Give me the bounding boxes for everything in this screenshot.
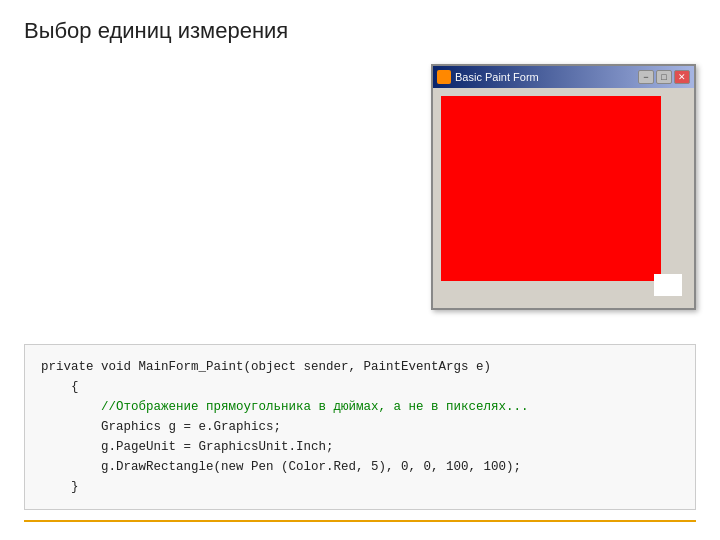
content-area: Basic Paint Form − □ ✕ bbox=[24, 64, 696, 320]
code-block: private void MainForm_Paint(object sende… bbox=[24, 344, 696, 510]
code-line5: g.PageUnit = GraphicsUnit.Inch; bbox=[41, 440, 334, 454]
divider-line bbox=[24, 520, 696, 522]
code-line4: Graphics g = e.Graphics; bbox=[41, 420, 281, 434]
paint-window: Basic Paint Form − □ ✕ bbox=[431, 64, 696, 310]
window-titlebar: Basic Paint Form − □ ✕ bbox=[433, 66, 694, 88]
code-line7: } bbox=[41, 480, 79, 494]
window-body bbox=[433, 88, 694, 308]
close-button[interactable]: ✕ bbox=[674, 70, 690, 84]
code-line2: { bbox=[41, 380, 79, 394]
window-title-text: Basic Paint Form bbox=[437, 70, 539, 84]
left-side bbox=[24, 64, 411, 320]
minimize-button[interactable]: − bbox=[638, 70, 654, 84]
bottom-section: private void MainForm_Paint(object sende… bbox=[24, 344, 696, 522]
right-side: Basic Paint Form − □ ✕ bbox=[431, 64, 696, 320]
code-line6: g.DrawRectangle(new Pen (Color.Red, 5), … bbox=[41, 460, 521, 474]
code-line3: //Отображение прямоугольника в дюймах, а… bbox=[41, 400, 529, 414]
window-app-icon bbox=[437, 70, 451, 84]
page-container: Выбор единиц измерения Basic Paint Form … bbox=[0, 0, 720, 540]
page-title: Выбор единиц измерения bbox=[24, 18, 696, 44]
white-rectangle bbox=[654, 274, 682, 296]
window-title-label: Basic Paint Form bbox=[455, 71, 539, 83]
window-controls: − □ ✕ bbox=[638, 70, 690, 84]
maximize-button[interactable]: □ bbox=[656, 70, 672, 84]
code-line1: private void MainForm_Paint(object sende… bbox=[41, 360, 491, 374]
red-rectangle bbox=[441, 96, 661, 281]
